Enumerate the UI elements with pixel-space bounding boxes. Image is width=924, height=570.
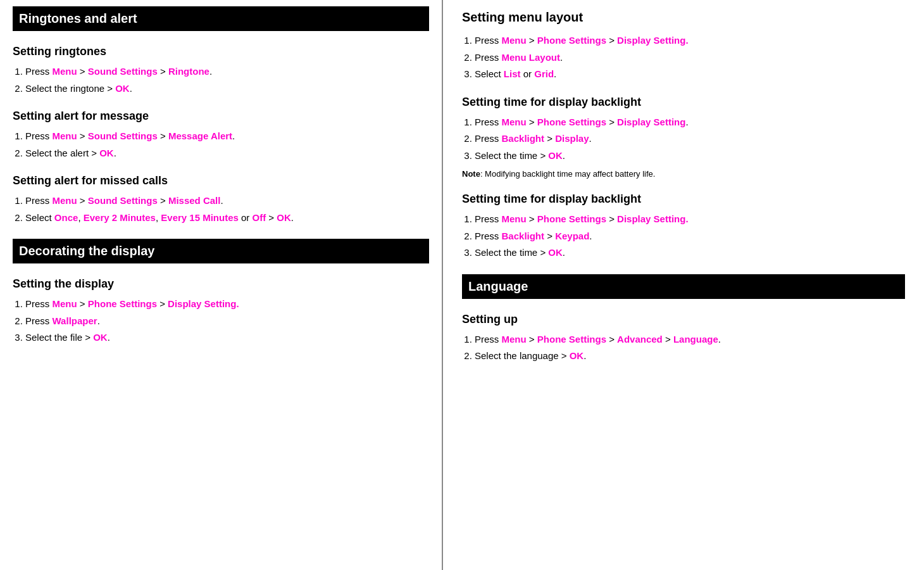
step-text: > bbox=[544, 133, 555, 144]
step-text: Press bbox=[475, 35, 502, 46]
step-text: Press bbox=[25, 66, 53, 77]
step-text: > bbox=[606, 334, 617, 345]
list-item: Press Backlight > Keypad. bbox=[475, 229, 905, 244]
decorating-header: Decorating the display bbox=[13, 239, 429, 263]
setting-display-steps: Press Menu > Phone Settings > Display Se… bbox=[25, 297, 429, 345]
setting-time-display-backlight-1-steps: Press Menu > Phone Settings > Display Se… bbox=[475, 115, 905, 163]
step-text: . bbox=[563, 150, 565, 161]
list-item: Press Wallpaper. bbox=[25, 314, 429, 329]
step-text: > bbox=[158, 195, 168, 206]
once-link: Once bbox=[54, 212, 78, 223]
menu-link: Menu bbox=[502, 213, 527, 224]
list-item: Press Backlight > Display. bbox=[475, 132, 905, 146]
step-text: > bbox=[77, 195, 88, 206]
wallpaper-link: Wallpaper bbox=[53, 315, 97, 326]
right-column: Setting menu layout Press Menu > Phone S… bbox=[443, 0, 924, 570]
display-link: Display bbox=[555, 133, 589, 144]
list-item: Press Menu > Sound Settings > Message Al… bbox=[25, 129, 429, 144]
step-text: Press bbox=[475, 334, 502, 345]
step-text: > bbox=[158, 130, 168, 141]
step-text: . bbox=[554, 68, 556, 79]
step-text: Press bbox=[25, 130, 53, 141]
step-text: > bbox=[77, 66, 88, 77]
step-text: , bbox=[78, 212, 83, 223]
phone-settings-link: Phone Settings bbox=[88, 298, 157, 309]
ok-link: OK bbox=[99, 148, 114, 158]
menu-link: Menu bbox=[53, 130, 77, 141]
list-item: Select the ringtone > OK. bbox=[25, 82, 429, 96]
step-text: Press bbox=[475, 133, 502, 144]
setting-alert-missed-block: Setting alert for missed calls Press Men… bbox=[13, 174, 429, 225]
decorating-section: Decorating the display bbox=[13, 239, 429, 263]
step-text: Select the language > bbox=[475, 350, 570, 361]
step-text: > bbox=[527, 35, 537, 46]
step-text: . bbox=[232, 130, 235, 141]
step-text: > bbox=[527, 117, 537, 127]
step-text: . bbox=[220, 195, 223, 206]
setting-alert-message-title: Setting alert for message bbox=[13, 110, 429, 123]
display-setting-link: Display Setting bbox=[617, 117, 685, 127]
step-text: > bbox=[158, 66, 168, 77]
menu-link: Menu bbox=[502, 35, 527, 46]
step-text: . bbox=[291, 212, 294, 223]
list-item: Select the time > OK. bbox=[475, 149, 905, 163]
step-text: Select the alert > bbox=[25, 148, 99, 158]
list-item: Press Menu > Phone Settings > Display Se… bbox=[475, 34, 905, 48]
menu-link: Menu bbox=[53, 66, 77, 77]
list-item: Press Menu > Phone Settings > Display Se… bbox=[475, 212, 905, 227]
step-text: Press bbox=[25, 298, 53, 309]
step-text: or bbox=[239, 212, 253, 223]
setting-time-display-backlight-1-title: Setting time for display backlight bbox=[462, 96, 905, 109]
step-text: Press bbox=[25, 195, 53, 206]
left-column: Ringtones and alert Setting ringtones Pr… bbox=[0, 0, 443, 570]
message-alert-link: Message Alert bbox=[168, 130, 232, 141]
phone-settings-link: Phone Settings bbox=[537, 117, 606, 127]
step-text: . bbox=[563, 247, 565, 258]
menu-link: Menu bbox=[53, 195, 77, 206]
phone-settings-link: Phone Settings bbox=[537, 35, 606, 46]
step-text: > bbox=[266, 212, 277, 223]
ok-link: OK bbox=[93, 332, 108, 343]
setting-up-block: Setting up Press Menu > Phone Settings >… bbox=[462, 313, 905, 364]
list-item: Press Menu Layout. bbox=[475, 51, 905, 65]
missed-call-link: Missed Call bbox=[168, 195, 221, 206]
sound-settings-link: Sound Settings bbox=[88, 66, 158, 77]
setting-up-steps: Press Menu > Phone Settings > Advanced >… bbox=[475, 332, 905, 364]
setting-display-title: Setting the display bbox=[13, 277, 429, 291]
step-text: > bbox=[606, 213, 617, 224]
ringtones-header: Ringtones and alert bbox=[13, 6, 429, 31]
setting-time-display-backlight-1-block: Setting time for display backlight Press… bbox=[462, 96, 905, 179]
list-item: Select the language > OK. bbox=[475, 349, 905, 364]
setting-display-block: Setting the display Press Menu > Phone S… bbox=[13, 277, 429, 345]
language-section: Language bbox=[462, 274, 905, 299]
step-text: Press bbox=[475, 117, 502, 127]
list-item: Press Menu > Phone Settings > Display Se… bbox=[475, 115, 905, 130]
step-text: . bbox=[718, 334, 721, 345]
step-text: > bbox=[663, 334, 673, 345]
step-text: Press bbox=[475, 231, 502, 241]
step-text: > bbox=[606, 117, 617, 127]
setting-alert-missed-title: Setting alert for missed calls bbox=[13, 174, 429, 187]
step-text: . bbox=[584, 350, 586, 361]
step-text: . bbox=[589, 231, 592, 241]
language-header: Language bbox=[462, 274, 905, 299]
ringtones-section: Ringtones and alert bbox=[13, 6, 429, 31]
setting-time-display-backlight-2-title: Setting time for display backlight bbox=[462, 193, 905, 206]
setting-time-display-backlight-2-block: Setting time for display backlight Press… bbox=[462, 193, 905, 260]
step-text: Select bbox=[475, 68, 504, 79]
list-item: Press Menu > Sound Settings > Missed Cal… bbox=[25, 194, 429, 208]
step-text: > bbox=[527, 334, 537, 345]
setting-menu-layout-steps: Press Menu > Phone Settings > Display Se… bbox=[475, 34, 905, 82]
display-setting-link: Display Setting. bbox=[617, 35, 689, 46]
step-text: > bbox=[606, 35, 617, 46]
phone-settings-link: Phone Settings bbox=[537, 334, 606, 345]
step-text: > bbox=[527, 213, 537, 224]
list-item: Select the alert > OK. bbox=[25, 146, 429, 161]
step-text: > bbox=[77, 298, 88, 309]
grid-link: Grid bbox=[534, 68, 554, 79]
step-text: Select bbox=[25, 212, 54, 223]
backlight-note: Note: Modifying backlight time may affec… bbox=[462, 169, 905, 179]
setting-up-title: Setting up bbox=[462, 313, 905, 326]
step-text: Press bbox=[475, 52, 502, 63]
language-link: Language bbox=[673, 334, 718, 345]
